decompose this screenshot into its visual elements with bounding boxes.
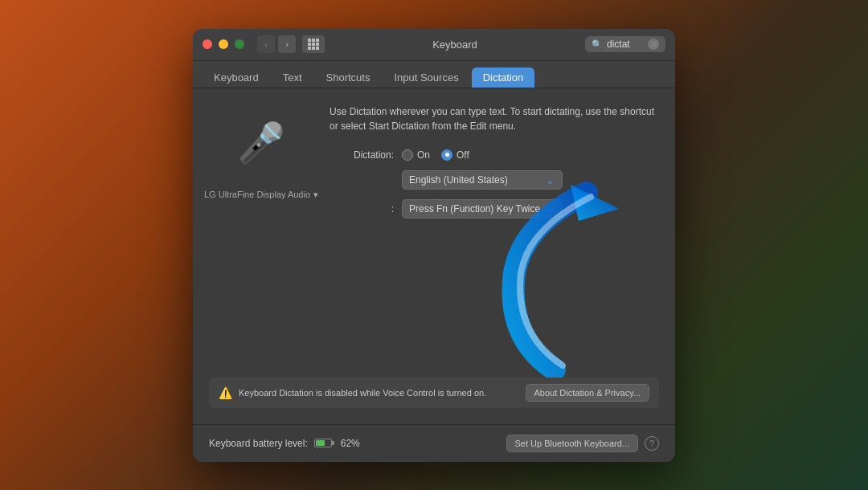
search-clear-button[interactable]: ✕ [648,39,659,50]
about-dictation-button[interactable]: About Dictation & Privacy... [526,384,649,402]
dictation-on-option[interactable]: On [402,149,430,161]
battery-fill [316,440,325,446]
language-row: English (United States) ⌄ [330,170,659,190]
traffic-lights [203,39,244,49]
device-label: LG UltraFine Display Audio [204,190,310,199]
grid-icon [308,39,319,50]
bluetooth-setup-button[interactable]: Set Up Bluetooth Keyboard... [506,435,638,452]
tabs: Keyboard Text Shortcuts Input Sources Di… [193,61,675,88]
shortcut-dropdown[interactable]: Press Fn (Function) Key Twice ⌄ [402,199,563,218]
left-panel: 🎤 LG UltraFine Display Audio ▾ [209,104,313,361]
shortcut-row: : Press Fn (Function) Key Twice ⌄ [330,199,659,218]
dictation-row: Dictation: On Off [330,149,659,161]
close-button[interactable] [203,39,212,49]
main-area: 🎤 LG UltraFine Display Audio ▾ Use Dicta… [209,104,659,361]
tab-shortcuts[interactable]: Shortcuts [315,67,382,88]
back-button[interactable]: ‹ [257,35,275,53]
radio-on-circle[interactable] [402,149,413,161]
search-icon: 🔍 [592,39,603,50]
maximize-button[interactable] [235,39,244,49]
nav-buttons: ‹ › [257,35,325,53]
dictation-label: Dictation: [330,149,394,161]
radio-off-label: Off [457,149,469,161]
microphone-icon: 🎤 [237,120,285,165]
shortcut-value: Press Fn (Function) Key Twice [409,203,541,214]
search-bar[interactable]: 🔍 dictat ✕ [585,36,665,52]
description-text: Use Dictation wherever you can type text… [330,104,659,133]
minimize-button[interactable] [219,39,228,49]
footer: Keyboard battery level: 62% Set Up Bluet… [193,424,675,462]
radio-on-label: On [417,149,430,161]
warning-bar: ⚠️ Keyboard Dictation is disabled while … [209,378,659,408]
titlebar: ‹ › Keyboard 🔍 dictat ✕ [193,29,675,61]
language-value: English (United States) [409,174,541,186]
search-text: dictat [607,39,644,50]
shortcut-arrow-icon: ⌄ [546,202,555,215]
help-button[interactable]: ? [645,436,659,451]
window-title: Keyboard [325,39,585,51]
right-panel: Use Dictation wherever you can type text… [330,104,659,361]
dictation-off-option[interactable]: Off [441,149,469,161]
warning-text: Keyboard Dictation is disabled while Voi… [239,388,486,398]
footer-right: Set Up Bluetooth Keyboard... ? [506,435,659,452]
warning-left: ⚠️ Keyboard Dictation is disabled while … [219,386,486,399]
battery-percentage: 62% [341,438,360,449]
dictation-radio-group: On Off [402,149,469,161]
battery-label: Keyboard battery level: [209,438,308,449]
warning-icon: ⚠️ [219,386,232,399]
content-area: 🎤 LG UltraFine Display Audio ▾ Use Dicta… [193,88,675,424]
tab-input-sources[interactable]: Input Sources [383,67,469,88]
tab-dictation[interactable]: Dictation [472,67,535,88]
battery-section: Keyboard battery level: 62% [209,438,360,449]
device-arrow-icon: ▾ [313,190,318,200]
dropdown-arrow-icon: ⌄ [546,174,555,186]
battery-icon [314,439,334,447]
device-selector[interactable]: LG UltraFine Display Audio ▾ [204,190,318,200]
language-dropdown[interactable]: English (United States) ⌄ [402,170,563,190]
shortcut-label-text: : [330,203,394,214]
tab-text[interactable]: Text [272,67,313,88]
battery-tip [332,441,334,445]
battery-body [314,439,332,447]
grid-button[interactable] [302,35,325,53]
tab-keyboard[interactable]: Keyboard [203,67,270,88]
radio-off-circle[interactable] [441,149,452,161]
forward-button[interactable]: › [278,35,296,53]
